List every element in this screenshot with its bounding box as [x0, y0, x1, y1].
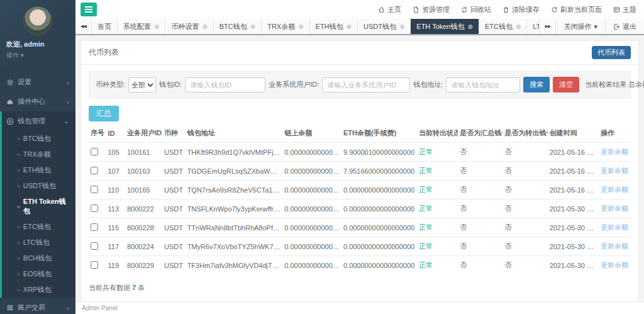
sidebar-subitem[interactable]: ○ ETC钱包	[2, 219, 75, 235]
cell-eth-balance: 0.00000000000000000	[341, 237, 417, 256]
update-balance-link[interactable]: 更新余额	[601, 205, 628, 212]
sidebar-subitem[interactable]: ○ BCH钱包	[2, 250, 75, 266]
cell-is-transfer: 否	[502, 218, 547, 237]
tab-close-icon[interactable]: ⊗	[298, 23, 303, 30]
header-link-clear-cache[interactable]: 清除缓存	[502, 5, 540, 14]
tab-close-icon[interactable]: ⊗	[347, 23, 352, 30]
coin-type-select[interactable]: 全部	[128, 77, 156, 93]
row-checkbox[interactable]	[91, 186, 98, 193]
token-list-button[interactable]: 代币列表	[592, 46, 631, 59]
cell-id: 117	[106, 237, 125, 256]
main-column: 主页 资源管理 回收站 清除缓存 刷新当前页面	[75, 0, 644, 314]
col-transfer-status: 当前转出状态	[417, 124, 458, 143]
circle-icon: ○	[17, 240, 20, 245]
tab[interactable]: 币种设置 ⊗	[165, 19, 213, 34]
logout-button[interactable]: 退出	[605, 19, 644, 34]
tab-close-icon[interactable]: ⊗	[250, 23, 255, 30]
sidebar-subitem[interactable]: ○ USDT钱包	[2, 178, 75, 194]
sidebar-item-wallet-management[interactable]: B 钱包管理 ⌄	[2, 111, 75, 131]
sidebar-subitem-label: ETC钱包	[23, 222, 51, 232]
tab-list: 首页 ⊗ 系统配置 ⊗ 币种设置 ⊗ BTC钱包 ⊗ TRX余额 ⊗	[92, 19, 539, 34]
tab[interactable]: ETC钱包 ⊗	[479, 19, 527, 34]
close-operations-dropdown[interactable]: 关闭操作 ▾	[555, 19, 605, 34]
tab-close-icon[interactable]: ⊗	[202, 23, 207, 30]
cell-is-summary: 否	[458, 181, 502, 199]
wallet-address-input[interactable]	[446, 77, 520, 93]
update-balance-link[interactable]: 更新余额	[601, 242, 628, 250]
col-id: ID	[106, 124, 125, 143]
tab[interactable]: LTC钱包 ⊗	[527, 19, 539, 34]
row-checkbox[interactable]	[91, 261, 98, 269]
cell-eth-balance: 0.00000000000000000	[341, 181, 417, 199]
cell-coin: USDT	[162, 199, 186, 218]
tab[interactable]: TRX余额 ⊗	[262, 19, 309, 34]
row-checkbox[interactable]	[91, 167, 98, 174]
tabs-scroll-left-button[interactable]: ◀◀	[75, 19, 92, 34]
clear-button[interactable]: 清空	[553, 77, 579, 93]
tab-close-icon[interactable]: ⊗	[399, 23, 404, 30]
footer-brand: Admin Panel	[82, 305, 118, 311]
tab-label: 币种设置	[171, 22, 199, 31]
search-button[interactable]: 搜索	[523, 77, 550, 93]
user-id-input[interactable]	[322, 77, 410, 93]
sidebar-nav: 设置 ‹ 插件中心 ‹ B 钱包管理 ⌄ ○ BTC钱包	[0, 72, 75, 314]
header-link-theme[interactable]: 主题	[613, 5, 636, 14]
tab[interactable]: ETH Token钱包 ⊗	[411, 19, 479, 34]
tab[interactable]: ETH钱包 ⊗	[310, 19, 358, 34]
sidebar-subitem[interactable]: ○ LTC钱包	[2, 235, 75, 250]
col-is-summary: 是否为汇总钱包	[458, 124, 502, 143]
update-balance-link[interactable]: 更新余额	[601, 223, 628, 231]
summary-button[interactable]: 汇总	[89, 106, 119, 121]
tab[interactable]: BTC钱包 ⊗	[214, 19, 262, 34]
row-checkbox[interactable]	[91, 242, 98, 250]
sidebar-subitem[interactable]: ○ TRX余额	[2, 147, 75, 162]
sidebar-subitem[interactable]: ○ BTC钱包	[2, 131, 75, 147]
wallet-id-input[interactable]	[185, 77, 265, 93]
sidebar-subitem[interactable]: ○ ETH钱包	[2, 162, 75, 178]
row-checkbox[interactable]	[91, 223, 98, 231]
table-header: 序号 ID 业务用户ID 币种 钱包地址 链上余额 ETH余额(手续费) 当前转…	[89, 124, 631, 143]
update-balance-link[interactable]: 更新余额	[601, 186, 628, 193]
circle-icon: ○	[17, 183, 20, 189]
sidebar-subitem-label: LTC钱包	[23, 238, 50, 247]
cell-user-id: 8000229	[125, 256, 162, 275]
sidebar-item-plugins[interactable]: 插件中心 ‹	[0, 92, 75, 111]
sidebar-item-account-transactions[interactable]: 账户交易 ‹	[0, 298, 75, 314]
operate-dropdown[interactable]: 操作 ▾	[6, 51, 69, 60]
hamburger-menu-button[interactable]	[80, 3, 97, 16]
cloud-icon	[6, 98, 14, 106]
header-link-refresh[interactable]: 刷新当前页面	[551, 5, 602, 14]
sidebar-subitem[interactable]: ○ XRP钱包	[2, 282, 75, 298]
cell-eth-balance: 0.00000000000000000	[341, 256, 417, 275]
sidebar-subitem[interactable]: ○ EOS钱包	[2, 266, 75, 282]
tab-close-icon[interactable]: ⊗	[154, 23, 159, 30]
tab[interactable]: 首页 ⊗	[92, 19, 118, 34]
wallet-table: 序号 ID 业务用户ID 币种 钱包地址 链上余额 ETH余额(手续费) 当前转…	[89, 124, 631, 274]
tab-close-icon[interactable]: ⊗	[468, 23, 473, 30]
tabs-scroll-right-button[interactable]: ▶▶	[539, 19, 555, 34]
circle-icon: ○	[17, 287, 20, 293]
row-checkbox[interactable]	[91, 205, 98, 212]
gear-icon	[6, 79, 14, 86]
sidebar-subitem[interactable]: ○ ETH Token钱包	[2, 194, 75, 219]
cell-checkbox	[89, 256, 106, 275]
header-link-home[interactable]: 主页	[378, 5, 401, 14]
tab[interactable]: 系统配置 ⊗	[118, 19, 165, 34]
sidebar-item-settings[interactable]: 设置 ‹	[0, 72, 75, 92]
tab-bar: ◀◀ 首页 ⊗ 系统配置 ⊗ 币种设置 ⊗ BTC钱包 ⊗	[75, 19, 644, 35]
update-balance-link[interactable]: 更新余额	[601, 167, 628, 174]
cell-is-summary: 否	[458, 237, 502, 256]
update-balance-link[interactable]: 更新余额	[601, 148, 628, 155]
col-user-id: 业务用户ID	[125, 124, 162, 143]
circle-icon: ○	[17, 271, 20, 277]
header-link-recycle-bin[interactable]: 回收站	[461, 5, 491, 14]
tab[interactable]: USDT钱包 ⊗	[358, 19, 411, 34]
update-balance-link[interactable]: 更新余额	[601, 261, 628, 269]
panel-body: 币种类型: 全部 钱包ID: 业务系统用户ID: 钱包地址: 搜索 清空 当前检…	[81, 65, 638, 301]
tab-close-icon[interactable]: ⊗	[516, 23, 521, 30]
cell-action: 更新余额	[599, 143, 631, 162]
cell-created: 2021-05-30 16:40	[548, 237, 599, 256]
header-link-resources[interactable]: 资源管理	[413, 5, 450, 14]
row-checkbox[interactable]	[91, 148, 98, 155]
chevron-down-icon: ⌄	[64, 117, 69, 125]
